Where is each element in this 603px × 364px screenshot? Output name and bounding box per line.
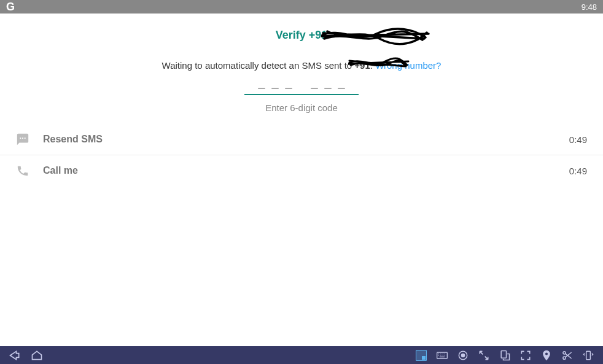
call-me-row[interactable]: Call me 0:49 (0, 155, 603, 186)
call-timer: 0:49 (569, 166, 587, 176)
resend-sms-row[interactable]: Resend SMS 0:49 (0, 124, 603, 155)
title-prefix: Verify (276, 29, 309, 41)
wrong-number-link[interactable]: Wrong number? (375, 60, 441, 71)
phone-icon (16, 164, 29, 177)
svg-point-13 (563, 351, 566, 354)
call-label: Call me (43, 165, 569, 176)
subtitle-prefix: Waiting to automatically detect an SMS s… (162, 60, 355, 71)
back-icon[interactable] (9, 349, 21, 362)
emulator-logo: G (6, 1, 15, 14)
scissors-icon[interactable] (561, 349, 574, 362)
title-phone: +91 (309, 29, 328, 41)
subtitle-phone: +91 (354, 60, 370, 71)
rotate-icon[interactable] (499, 349, 511, 362)
page-title: Verify +91 (0, 29, 603, 42)
svg-rect-12 (501, 350, 506, 358)
location-icon[interactable] (540, 349, 553, 362)
resend-label: Resend SMS (43, 134, 569, 145)
sim-card-icon[interactable] (415, 349, 427, 362)
code-dashes (244, 88, 359, 89)
code-input[interactable] (244, 88, 359, 95)
code-hint: Enter 6-digit code (0, 103, 603, 113)
status-clock: 9:48 (582, 2, 597, 12)
svg-point-11 (462, 354, 465, 357)
main-content: Verify +91 Waiting to automatically dete… (0, 14, 603, 186)
shake-icon[interactable] (582, 349, 594, 362)
resend-timer: 0:49 (569, 134, 587, 145)
status-bar: G 9:48 (0, 0, 603, 14)
keyboard-icon[interactable] (436, 349, 448, 362)
subtitle: Waiting to automatically detect an SMS s… (0, 60, 603, 71)
expand-icon[interactable] (478, 349, 490, 362)
option-list: Resend SMS 0:49 Call me 0:49 (0, 124, 603, 186)
subtitle-suffix: . (370, 60, 375, 71)
system-nav-bar (0, 346, 603, 364)
home-icon[interactable] (31, 349, 43, 362)
fullscreen-icon[interactable] (519, 349, 532, 362)
sms-icon (16, 133, 29, 146)
redaction-scribble-icon (321, 25, 432, 46)
svg-point-14 (563, 357, 566, 359)
svg-rect-17 (586, 351, 591, 359)
eye-icon[interactable] (457, 349, 469, 362)
